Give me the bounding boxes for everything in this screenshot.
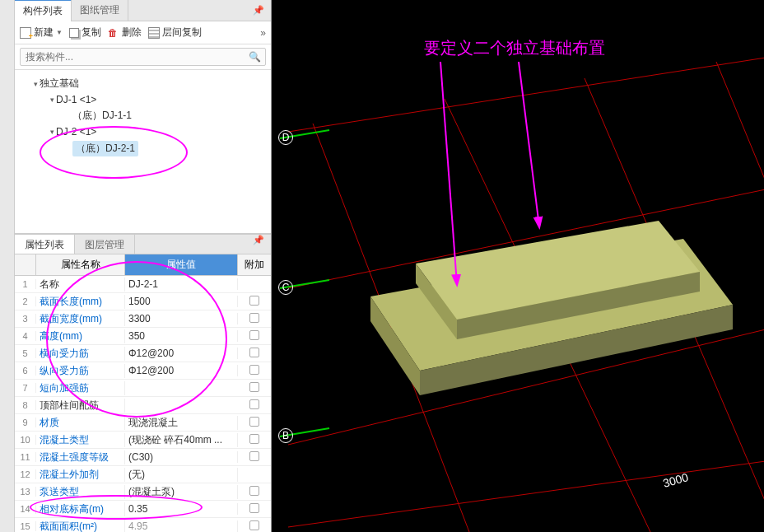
- table-row[interactable]: 1名称DJ-2-1: [15, 276, 271, 293]
- component-tabs: 构件列表 图纸管理 📌: [15, 0, 271, 21]
- checkbox[interactable]: [249, 486, 259, 496]
- tree-dj2[interactable]: ▾ DJ-2 <1>: [15, 124, 271, 139]
- copy-icon: [69, 28, 79, 38]
- row-num: 1: [15, 279, 36, 289]
- table-row[interactable]: 3截面宽度(mm)3300: [15, 310, 271, 328]
- tree-dj2-1[interactable]: （底）DJ-2-1: [15, 139, 271, 158]
- 3d-viewport[interactable]: D C B 3000 要定义二个独立基础布置: [272, 0, 764, 532]
- prop-extra[interactable]: [238, 503, 271, 516]
- checkbox[interactable]: [249, 313, 259, 323]
- prop-extra[interactable]: [238, 399, 271, 412]
- checkbox[interactable]: [249, 520, 259, 530]
- table-row[interactable]: 10混凝土类型(现浇砼 碎石40mm ...: [15, 432, 271, 449]
- row-num: 10: [15, 435, 36, 445]
- layer-copy-button[interactable]: 层间复制: [148, 26, 202, 40]
- tree-dj1[interactable]: ▾ DJ-1 <1>: [15, 92, 271, 107]
- prop-extra[interactable]: [238, 520, 271, 533]
- prop-name: 混凝土类型: [36, 433, 125, 447]
- grid-body: 1名称DJ-2-12截面长度(mm)15003截面宽度(mm)33004高度(m…: [15, 276, 271, 532]
- prop-value[interactable]: (混凝土泵): [125, 485, 238, 499]
- prop-extra[interactable]: [238, 451, 271, 464]
- prop-value[interactable]: 现浇混凝土: [125, 416, 238, 430]
- delete-button[interactable]: 🗑 删除: [108, 26, 142, 40]
- toolbar-more[interactable]: »: [260, 27, 266, 39]
- tab-layers[interactable]: 图层管理: [75, 235, 135, 254]
- caret-icon: ▼: [56, 29, 63, 36]
- table-row[interactable]: 13泵送类型(混凝土泵): [15, 483, 271, 501]
- pin-icon[interactable]: 📌: [246, 235, 271, 254]
- table-row[interactable]: 15截面面积(m²)4.95: [15, 518, 271, 532]
- new-button[interactable]: 新建 ▼: [20, 26, 63, 40]
- new-label: 新建: [34, 26, 54, 40]
- copy-button[interactable]: 复制: [69, 26, 101, 40]
- pin-icon[interactable]: 📌: [246, 5, 271, 16]
- table-row[interactable]: 8顶部柱间配筋: [15, 397, 271, 414]
- prop-name: 相对底标高(m): [36, 502, 125, 516]
- prop-extra[interactable]: [238, 313, 271, 325]
- prop-value[interactable]: (C30): [125, 451, 238, 463]
- row-num: 7: [15, 383, 36, 393]
- row-num: 12: [15, 469, 36, 479]
- row-num: 11: [15, 452, 36, 462]
- col-value[interactable]: 属性值: [125, 254, 238, 275]
- tree-root[interactable]: ▾ 独立基础: [15, 75, 271, 92]
- checkbox[interactable]: [249, 348, 259, 357]
- prop-extra[interactable]: [238, 417, 271, 429]
- table-row[interactable]: 4高度(mm)350: [15, 328, 271, 345]
- prop-value[interactable]: 1500: [125, 296, 238, 307]
- prop-value[interactable]: Φ12@200: [125, 348, 238, 359]
- prop-value[interactable]: 4.95: [125, 520, 238, 532]
- checkbox[interactable]: [249, 382, 259, 392]
- prop-value[interactable]: 0.35: [125, 503, 238, 515]
- prop-extra[interactable]: [238, 434, 271, 446]
- table-row[interactable]: 6纵向受力筋Φ12@200: [15, 362, 271, 380]
- tab-drawings[interactable]: 图纸管理: [72, 0, 128, 21]
- tab-properties[interactable]: 属性列表: [15, 235, 75, 254]
- table-row[interactable]: 5横向受力筋Φ12@200: [15, 345, 271, 362]
- table-row[interactable]: 12混凝土外加剂(无): [15, 466, 271, 483]
- prop-name: 混凝土强度等级: [36, 450, 125, 464]
- table-row[interactable]: 11混凝土强度等级(C30): [15, 449, 271, 466]
- checkbox[interactable]: [249, 365, 259, 375]
- checkbox[interactable]: [249, 296, 259, 306]
- prop-extra[interactable]: [238, 486, 271, 498]
- tree-dj2-label: DJ-2 <1>: [56, 126, 96, 138]
- search-input[interactable]: [20, 48, 266, 66]
- grid-header: 属性名称 属性值 附加: [15, 254, 271, 276]
- checkbox[interactable]: [249, 399, 259, 409]
- row-num: 6: [15, 366, 36, 376]
- prop-value[interactable]: 3300: [125, 313, 238, 324]
- table-row[interactable]: 2截面长度(mm)1500: [15, 293, 271, 310]
- table-row[interactable]: 9材质现浇混凝土: [15, 414, 271, 432]
- prop-value[interactable]: Φ12@200: [125, 365, 238, 376]
- prop-name: 泵送类型: [36, 485, 125, 499]
- prop-extra[interactable]: [238, 348, 271, 360]
- tree-dj2-1-label: （底）DJ-2-1: [72, 141, 138, 156]
- prop-extra[interactable]: [238, 296, 271, 308]
- prop-value[interactable]: (无): [125, 468, 238, 482]
- tab-components[interactable]: 构件列表: [15, 0, 72, 21]
- prop-name: 短向加强筋: [36, 381, 125, 395]
- prop-extra[interactable]: [238, 365, 271, 377]
- prop-extra[interactable]: [238, 382, 271, 394]
- delete-icon: 🗑: [108, 27, 119, 39]
- checkbox[interactable]: [249, 503, 259, 513]
- table-row[interactable]: 7短向加强筋: [15, 380, 271, 397]
- prop-name: 截面长度(mm): [36, 295, 125, 309]
- prop-extra[interactable]: [238, 330, 271, 343]
- prop-name: 截面面积(m²): [36, 520, 125, 533]
- prop-value[interactable]: DJ-2-1: [125, 278, 238, 290]
- property-grid: 属性名称 属性值 附加 1名称DJ-2-12截面长度(mm)15003截面宽度(…: [15, 254, 271, 532]
- prop-value[interactable]: 350: [125, 330, 238, 342]
- checkbox[interactable]: [249, 417, 259, 427]
- prop-name: 截面宽度(mm): [36, 312, 125, 326]
- checkbox[interactable]: [249, 330, 259, 340]
- property-tabs: 属性列表 图层管理 📌: [15, 235, 271, 254]
- table-row[interactable]: 14相对底标高(m)0.35: [15, 501, 271, 518]
- row-num: 5: [15, 348, 36, 358]
- prop-value[interactable]: (现浇砼 碎石40mm ...: [125, 433, 238, 447]
- tree-dj1-1[interactable]: （底）DJ-1-1: [15, 107, 271, 124]
- checkbox[interactable]: [249, 451, 259, 461]
- row-num: 3: [15, 314, 36, 324]
- checkbox[interactable]: [249, 434, 259, 444]
